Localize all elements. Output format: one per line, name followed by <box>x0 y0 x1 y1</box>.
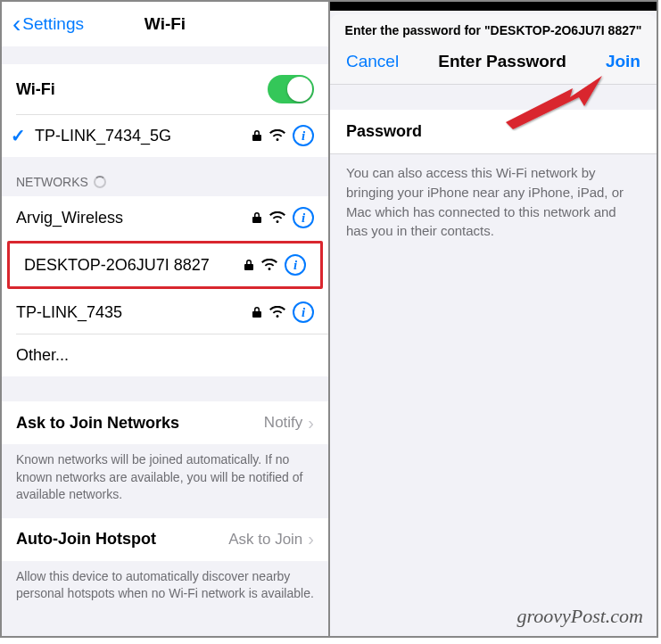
chevron-left-icon: ‹ <box>12 12 21 37</box>
chevron-right-icon: › <box>308 413 314 433</box>
nav-header: ‹ Settings Wi-Fi <box>2 2 328 46</box>
auto-hotspot-value: Ask to Join <box>228 531 302 549</box>
connected-network-row[interactable]: ✓ TP-LINK_7434_5G i <box>2 114 328 157</box>
back-button[interactable]: ‹ Settings <box>12 12 84 37</box>
password-hint: You can also access this Wi-Fi network b… <box>330 154 657 250</box>
password-prompt: Enter the password for "DESKTOP-2O6JU7I … <box>330 14 657 45</box>
network-row[interactable]: Arvig_Wireless i <box>2 196 328 239</box>
wifi-settings-panel: ‹ Settings Wi-Fi Wi-Fi ✓ TP-LINK_7434_5G <box>1 1 329 637</box>
network-row[interactable]: DESKTOP-2O6JU7I 8827 i <box>10 244 320 286</box>
password-field-row[interactable]: Password <box>330 110 657 154</box>
join-button[interactable]: Join <box>606 52 640 71</box>
auto-hotspot-label: Auto-Join Hotspot <box>16 530 228 549</box>
wifi-icon <box>261 259 277 271</box>
password-dialog-panel: Enter the password for "DESKTOP-2O6JU7I … <box>329 1 657 637</box>
other-label: Other... <box>16 346 314 365</box>
notch-bar <box>330 2 657 11</box>
ask-to-join-value: Notify <box>264 414 302 432</box>
wifi-icon <box>269 129 285 142</box>
network-name: DESKTOP-2O6JU7I 8827 <box>24 256 244 275</box>
lock-icon <box>252 129 262 142</box>
wifi-icon <box>269 211 285 224</box>
modal-title: Enter Password <box>438 52 566 71</box>
auto-hotspot-row[interactable]: Auto-Join Hotspot Ask to Join › <box>2 518 328 561</box>
lock-icon <box>252 306 262 318</box>
watermark: groovyPost.com <box>516 605 643 628</box>
spinner-icon <box>94 176 106 188</box>
info-button[interactable]: i <box>293 207 314 228</box>
checkmark-icon: ✓ <box>11 125 26 146</box>
info-button[interactable]: i <box>285 254 306 276</box>
ask-to-join-row[interactable]: Ask to Join Networks Notify › <box>2 401 328 444</box>
lock-icon <box>244 259 254 271</box>
cancel-button[interactable]: Cancel <box>346 52 399 71</box>
wifi-toggle[interactable] <box>268 75 314 103</box>
modal-header: Cancel Enter Password Join <box>330 45 657 85</box>
lock-icon <box>252 211 262 224</box>
networks-header: NETWORKS <box>2 157 328 196</box>
auto-hotspot-footer: Allow this device to automatically disco… <box>2 561 328 617</box>
wifi-toggle-label: Wi-Fi <box>16 80 268 99</box>
network-name: TP-LINK_7435 <box>16 303 252 322</box>
back-label: Settings <box>22 14 84 34</box>
ask-to-join-footer: Known networks will be joined automatica… <box>2 444 328 518</box>
other-network-row[interactable]: Other... <box>2 334 328 376</box>
network-name: Arvig_Wireless <box>16 209 252 227</box>
info-button[interactable]: i <box>293 301 314 323</box>
wifi-toggle-row: Wi-Fi <box>2 64 328 114</box>
wifi-icon <box>269 306 285 318</box>
info-button[interactable]: i <box>293 125 314 146</box>
network-row[interactable]: TP-LINK_7435 i <box>2 291 328 334</box>
chevron-right-icon: › <box>308 529 314 549</box>
networks-list: Arvig_Wireless i DESKTOP-2O6JU7I 8827 i … <box>2 196 328 376</box>
connected-network-name: TP-LINK_7434_5G <box>35 127 252 145</box>
password-label: Password <box>346 122 422 140</box>
ask-to-join-label: Ask to Join Networks <box>16 414 264 433</box>
